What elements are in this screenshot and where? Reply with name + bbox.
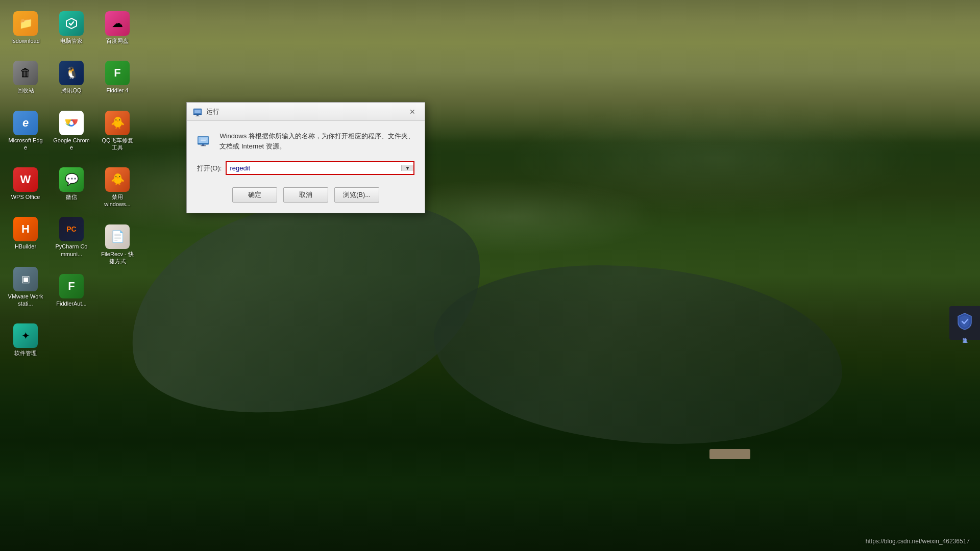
qq-car-icon-box: 🐥	[105, 111, 130, 135]
desktop-icon-chrome[interactable]: Google Chrome	[51, 109, 92, 154]
run-dialog-dropdown-button[interactable]: ▼	[401, 165, 413, 171]
desktop-icon-edge[interactable]: e Microsoft Edge	[5, 109, 46, 154]
wps-icon-box: W	[13, 167, 38, 192]
edge-icon-box: e	[13, 111, 38, 135]
bottom-url: https://blog.csdn.net/weixin_46236517	[866, 538, 970, 545]
mist3	[510, 102, 919, 214]
pc-manager-label: 电脑管家	[60, 37, 83, 44]
svg-rect-13	[201, 140, 206, 141]
pycharm-icon-box: PC	[59, 217, 84, 241]
recycle-label: 回收站	[17, 87, 34, 94]
desktop-icon-pc-manager[interactable]: 电脑管家	[51, 9, 92, 46]
svg-rect-3	[194, 110, 201, 113]
desktop-icon-vmware[interactable]: ▣ VMware Workstati...	[5, 265, 46, 310]
run-dialog-ok-button[interactable]: 确定	[232, 187, 277, 203]
software-mgr-label: 软件管理	[14, 349, 37, 357]
software-mgr-icon-box: ✦	[13, 323, 38, 348]
desktop-icon-qq[interactable]: 🐧 腾讯QQ	[51, 59, 92, 96]
chrome-label: Google Chrome	[53, 137, 90, 152]
svg-rect-12	[201, 139, 207, 139]
recycle-icon-box: 🗑	[13, 61, 38, 85]
dialog-close-button[interactable]: ✕	[406, 106, 419, 118]
dialog-body: Windows 将根据你所输入的名称，为你打开相应的程序、文件夹、文档或 Int…	[187, 121, 425, 213]
fiddler-aut-icon-box: F	[59, 274, 84, 298]
wps-label: WPS Office	[11, 193, 40, 201]
weixin-label: 微信	[66, 193, 77, 201]
ban-win-label: 禁用windows...	[104, 193, 130, 208]
svg-rect-4	[193, 114, 202, 115]
desktop-icon-fiddler-aut[interactable]: F FiddlerAut...	[51, 272, 92, 309]
desktop-icon-recycle[interactable]: 🗑 回收站	[5, 59, 46, 96]
pycharm-label: PyCharm Communi...	[53, 243, 90, 258]
chrome-icon-box	[59, 111, 84, 135]
fiddler4-label: Fiddler 4	[107, 87, 129, 94]
fiddler-aut-label: FiddlerAut...	[56, 300, 86, 307]
boat	[709, 449, 750, 459]
filerecy-icon-box: 📄	[105, 224, 130, 249]
edge-label: Microsoft Edge	[7, 137, 44, 152]
desktop-icon-pycharm[interactable]: PC PyCharm Communi...	[51, 215, 92, 260]
qq-label: 腾讯QQ	[61, 87, 81, 94]
dialog-input-wrapper: ▼	[226, 161, 414, 175]
dialog-title-left: 运行	[193, 107, 219, 116]
run-dialog: 运行 ✕ Windows 将根据你所输入的名称，为你打开相应的程序、文件夹、文档…	[186, 102, 425, 213]
hbuilder-icon-box: H	[13, 217, 38, 241]
desktop: 📁 fsdownload 🗑 回收站 e Microsoft Edge W WP…	[0, 0, 980, 551]
vmware-label: VMware Workstati...	[7, 293, 44, 308]
icon-column-2: 电脑管家 🐧 腾讯QQ Google Chrome 💬	[51, 5, 92, 313]
dialog-header-row: Windows 将根据你所输入的名称，为你打开相应的程序、文件夹、文档或 Int…	[197, 131, 414, 151]
svg-rect-6	[195, 116, 200, 116]
filerecy-label: FileRecv - 快捷方式	[101, 251, 134, 265]
desktop-icon-fsdownload[interactable]: 📁 fsdownload	[5, 9, 46, 46]
desktop-icon-software-mgr[interactable]: ✦ 软件管理	[5, 321, 46, 359]
run-dialog-input[interactable]	[227, 162, 401, 174]
svg-rect-10	[202, 144, 204, 145]
fsdownload-label: fsdownload	[11, 37, 40, 44]
desktop-icon-fiddler4[interactable]: F Fiddler 4	[97, 59, 138, 96]
vmware-icon-box: ▣	[13, 267, 38, 291]
run-dialog-icon	[197, 131, 211, 151]
shield-svg	[957, 312, 972, 331]
dialog-titlebar: 运行 ✕	[187, 103, 425, 121]
dialog-buttons: 确定 取消 浏览(B)...	[197, 187, 414, 203]
hbuilder-label: HBuilder	[15, 243, 36, 250]
svg-rect-5	[197, 115, 199, 116]
icon-column-3: ☁ 百度网盘 F Fiddler 4 🐥 QQ飞车修复工具 🐥 禁用window…	[97, 5, 138, 271]
run-dialog-browse-button[interactable]: 浏览(B)...	[334, 187, 379, 203]
dialog-title-text: 运行	[206, 107, 219, 116]
desktop-icon-hbuilder[interactable]: H HBuilder	[5, 215, 46, 252]
desktop-icon-qq-car[interactable]: 🐥 QQ飞车修复工具	[97, 109, 138, 154]
chrome-svg	[63, 115, 80, 131]
desktop-icon-weixin[interactable]: 💬 微信	[51, 165, 92, 203]
desktop-icon-wps[interactable]: W WPS Office	[5, 165, 46, 203]
fiddler4-icon-box: F	[105, 61, 130, 85]
ban-win-icon-box: 🐥	[105, 167, 130, 192]
dialog-input-label: 打开(O):	[197, 164, 222, 173]
desktop-icon-baidu[interactable]: ☁ 百度网盘	[97, 9, 138, 46]
baidu-label: 百度网盘	[106, 37, 129, 44]
svg-rect-9	[198, 143, 208, 144]
weixin-icon-box: 💬	[59, 167, 84, 192]
icon-column-1: 📁 fsdownload 🗑 回收站 e Microsoft Edge W WP…	[5, 5, 46, 363]
pc-manager-icon-box	[59, 11, 84, 36]
shield-icon	[955, 312, 974, 331]
pc-manager-svg	[64, 16, 79, 31]
dialog-title-icon	[193, 107, 202, 116]
qq-car-label: QQ飞车修复工具	[102, 137, 133, 152]
baidu-icon-box: ☁	[105, 11, 130, 36]
dialog-input-row: 打开(O): ▼	[197, 161, 414, 175]
fsdownload-icon-box: 📁	[13, 11, 38, 36]
svg-rect-11	[201, 145, 206, 146]
qq-icon-box: 🐧	[59, 61, 84, 85]
desktop-icon-ban-win[interactable]: 🐥 禁用windows...	[97, 165, 138, 210]
desktop-icon-filerecy[interactable]: 📄 FileRecv - 快捷方式	[97, 222, 138, 267]
run-dialog-cancel-button[interactable]: 取消	[283, 187, 328, 203]
right-ad-panel[interactable]: 立即加速	[949, 306, 980, 340]
dialog-description: Windows 将根据你所输入的名称，为你打开相应的程序、文件夹、文档或 Int…	[219, 131, 414, 151]
